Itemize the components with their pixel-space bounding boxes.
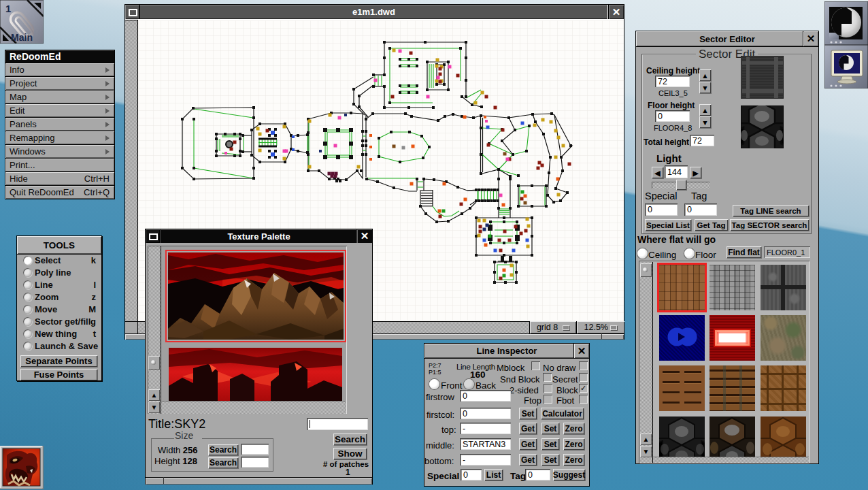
svg-text:Main: Main xyxy=(11,32,33,43)
svg-text:1: 1 xyxy=(5,3,11,14)
